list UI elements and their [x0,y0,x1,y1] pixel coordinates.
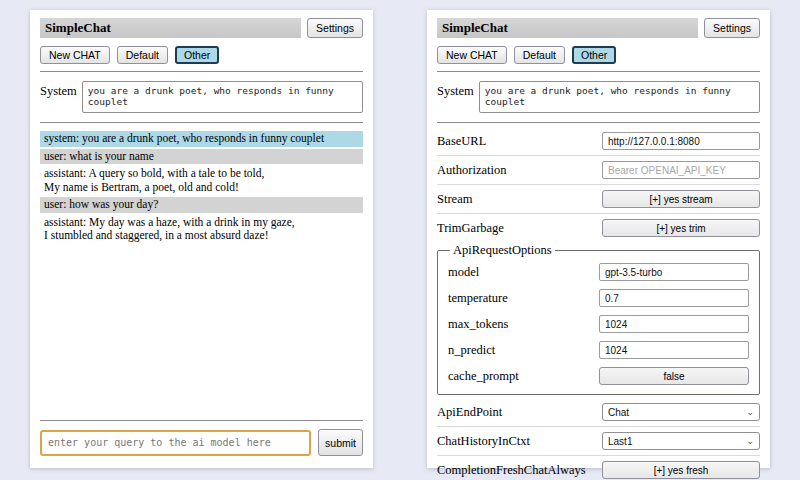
settings-panel: SimpleChat Settings New CHAT Default Oth… [427,10,770,468]
query-bar: submit [40,420,363,456]
setting-row-chathistoryinctxt: ChatHistoryInCtxt Last1 ⌄ [437,429,760,453]
row-divider [437,455,760,456]
setting-label: CompletionFreshChatAlways [437,463,586,478]
authorization-input[interactable] [602,161,760,179]
session-toolbar: New CHAT Default Other [40,46,363,64]
chat-message-list: system: you are a drunk poet, who respon… [40,131,363,246]
setting-label: BaseURL [437,134,486,149]
setting-label: max_tokens [448,317,508,332]
select-value: Chat [608,407,629,418]
setting-row-apiendpoint: ApiEndPoint Chat ⌄ [437,400,760,424]
setting-row-authorization: Authorization [437,158,760,182]
n-predict-input[interactable] [599,341,749,359]
settings-button[interactable]: Settings [307,18,363,38]
chevron-down-icon: ⌄ [746,437,754,446]
system-prompt-row: System you are a drunk poet, who respond… [40,81,363,113]
submit-button[interactable]: submit [318,429,363,456]
app-header: SimpleChat Settings [40,18,363,38]
system-label: System [437,81,474,113]
trimgarbage-toggle-button[interactable]: [+] yes trim [602,219,760,237]
stream-toggle-button[interactable]: [+] yes stream [602,190,760,208]
setting-label: temperature [448,291,508,306]
new-chat-button[interactable]: New CHAT [40,46,110,64]
session-tab-other[interactable]: Other [175,46,219,64]
row-divider [437,155,760,156]
api-request-options-group: ApiRequestOptions model temperature max_… [437,243,760,395]
setting-row-baseurl: BaseURL [437,129,760,153]
cache-prompt-toggle-button[interactable]: false [599,367,749,385]
system-label: System [40,81,77,113]
setting-row-trimgarbage: TrimGarbage [+] yes trim [437,216,760,240]
app-title: SimpleChat [437,18,698,38]
session-tab-default[interactable]: Default [514,46,565,64]
divider [40,71,363,72]
setting-label: TrimGarbage [437,221,504,236]
row-divider [437,213,760,214]
setting-row-model: model [448,259,749,285]
setting-label: ApiEndPoint [437,405,502,420]
session-tab-default[interactable]: Default [117,46,168,64]
query-input[interactable] [40,430,311,456]
setting-label: Authorization [437,163,506,178]
new-chat-button[interactable]: New CHAT [437,46,507,64]
apiendpoint-select[interactable]: Chat ⌄ [602,403,760,421]
divider [437,71,760,72]
temperature-input[interactable] [599,289,749,307]
app-header: SimpleChat Settings [437,18,760,38]
api-request-options-legend: ApiRequestOptions [450,243,555,258]
chat-panel: SimpleChat Settings New CHAT Default Oth… [30,10,373,468]
setting-label: n_predict [448,343,495,358]
chat-message-user: user: what is your name [40,149,363,165]
setting-row-stream: Stream [+] yes stream [437,187,760,211]
setting-row-n-predict: n_predict [448,337,749,363]
divider [40,122,363,123]
setting-row-cache-prompt: cache_prompt false [448,363,749,389]
system-prompt-input[interactable]: you are a drunk poet, who responds in fu… [82,81,363,113]
chevron-down-icon: ⌄ [746,408,754,417]
baseurl-input[interactable] [602,132,760,150]
setting-label: cache_prompt [448,369,519,384]
chat-message-system: system: you are a drunk poet, who respon… [40,131,363,147]
settings-button[interactable]: Settings [704,18,760,38]
setting-row-completion-fresh-chat: CompletionFreshChatAlways [+] yes fresh [437,458,760,480]
chat-message-assistant: assistant: My day was a haze, with a dri… [40,215,363,244]
setting-row-max-tokens: max_tokens [448,311,749,337]
system-prompt-input[interactable]: you are a drunk poet, who responds in fu… [479,81,760,113]
system-prompt-row: System you are a drunk poet, who respond… [437,81,760,113]
chathistoryinctxt-select[interactable]: Last1 ⌄ [602,432,760,450]
setting-row-temperature: temperature [448,285,749,311]
session-tab-other[interactable]: Other [572,46,616,64]
chat-message-user: user: how was your day? [40,197,363,213]
model-input[interactable] [599,263,749,281]
chat-message-assistant: assistant: A query so bold, with a tale … [40,166,363,195]
app-title: SimpleChat [40,18,301,38]
select-value: Last1 [608,436,632,447]
row-divider [437,184,760,185]
completion-fresh-chat-toggle-button[interactable]: [+] yes fresh [602,461,760,479]
max-tokens-input[interactable] [599,315,749,333]
flex-spacer [40,246,363,421]
row-divider [437,426,760,427]
setting-label: Stream [437,192,472,207]
setting-label: model [448,265,479,280]
session-toolbar: New CHAT Default Other [437,46,760,64]
setting-label: ChatHistoryInCtxt [437,434,530,449]
divider [437,122,760,123]
